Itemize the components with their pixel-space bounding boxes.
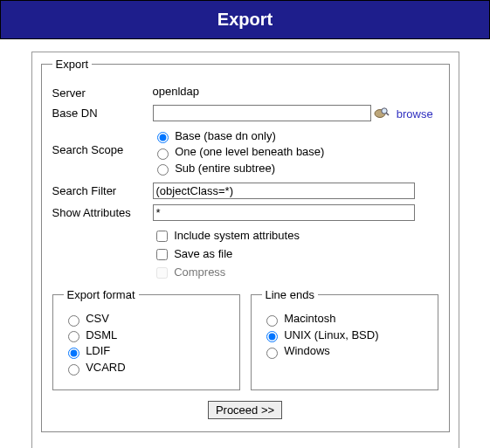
scope-sub-row[interactable]: Sub (entire subtree) [153,162,438,176]
scope-one-radio[interactable] [157,148,169,160]
format-ldif-radio[interactable] [68,348,79,359]
row-scope: Search Scope Base (base dn only) One (on… [52,128,438,178]
format-ldif-label: LDIF [86,344,110,357]
basedn-label: Base DN [52,105,153,120]
scope-one-label: One (one level beneath base) [175,145,324,158]
scope-label: Search Scope [52,128,153,156]
lineend-mac-label: Macintosh [284,312,335,325]
row-attrs: Show Attributes [52,204,438,221]
scope-sub-label: Sub (entire subtree) [175,162,275,175]
scope-base-radio[interactable] [157,132,169,143]
proceed-wrap: Proceed >> [52,401,438,419]
lineend-win-row[interactable]: Windows [262,344,427,359]
scope-sub-radio[interactable] [157,164,169,176]
scope-base-row[interactable]: Base (base dn only) [153,129,438,144]
format-fieldset: Export format CSV DSML LDIF VCARD [52,288,240,389]
row-basedn: Base DN browse [52,105,438,122]
lineends-fieldset: Line ends Macintosh UNIX (Linux, BSD) Wi… [251,288,438,389]
lineend-unix-radio[interactable] [266,331,278,342]
save-file-checkbox[interactable] [156,249,168,260]
compress-row[interactable]: Compress [153,265,438,281]
format-vcard-row[interactable]: VCARD [64,361,229,376]
scope-one-row[interactable]: One (one level beneath base) [153,145,438,160]
row-server: Server openldap [52,85,438,100]
lineends-legend: Line ends [262,288,318,301]
format-csv-row[interactable]: CSV [64,312,229,327]
filter-label: Search Filter [52,183,153,197]
two-column: Export format CSV DSML LDIF VCARD [52,288,438,389]
row-checks: Include system attributes Save as file C… [52,226,438,283]
proceed-button[interactable]: Proceed >> [208,401,282,419]
row-filter: Search Filter [52,183,438,199]
browse-icon [374,107,390,122]
format-ldif-row[interactable]: LDIF [64,344,229,359]
svg-line-2 [386,113,389,115]
compress-label: Compress [174,265,225,279]
lineend-unix-label: UNIX (Linux, BSD) [284,328,378,341]
export-panel: Export Server openldap Base DN browse Se… [31,52,459,448]
compress-checkbox [156,267,168,279]
server-label: Server [52,85,153,100]
server-value: openldap [153,85,438,98]
basedn-input[interactable] [153,105,371,121]
format-legend: Export format [64,288,139,301]
format-csv-radio[interactable] [68,315,79,327]
page-title: Export [217,10,273,29]
filter-input[interactable] [153,183,415,199]
lineend-win-label: Windows [284,344,330,357]
format-dsml-radio[interactable] [68,331,79,342]
format-csv-label: CSV [86,312,109,325]
export-fieldset: Export Server openldap Base DN browse Se… [41,58,450,432]
include-sys-label: Include system attributes [174,229,300,242]
include-sys-row[interactable]: Include system attributes [153,228,438,245]
browse-link[interactable]: browse [397,107,433,121]
lineend-unix-row[interactable]: UNIX (Linux, BSD) [262,328,427,343]
format-dsml-label: DSML [86,328,117,341]
export-legend: Export [52,58,93,71]
save-file-row[interactable]: Save as file [153,246,438,263]
format-vcard-label: VCARD [86,361,126,374]
page-header: Export [0,0,490,39]
format-vcard-radio[interactable] [68,364,79,376]
save-file-label: Save as file [174,247,232,260]
lineend-win-radio[interactable] [266,348,278,359]
include-sys-checkbox[interactable] [156,231,168,242]
format-dsml-row[interactable]: DSML [64,328,229,343]
attrs-input[interactable] [153,204,415,221]
lineend-mac-row[interactable]: Macintosh [262,312,427,327]
scope-base-label: Base (base dn only) [175,129,276,142]
lineend-mac-radio[interactable] [266,315,278,327]
attrs-label: Show Attributes [52,204,153,219]
